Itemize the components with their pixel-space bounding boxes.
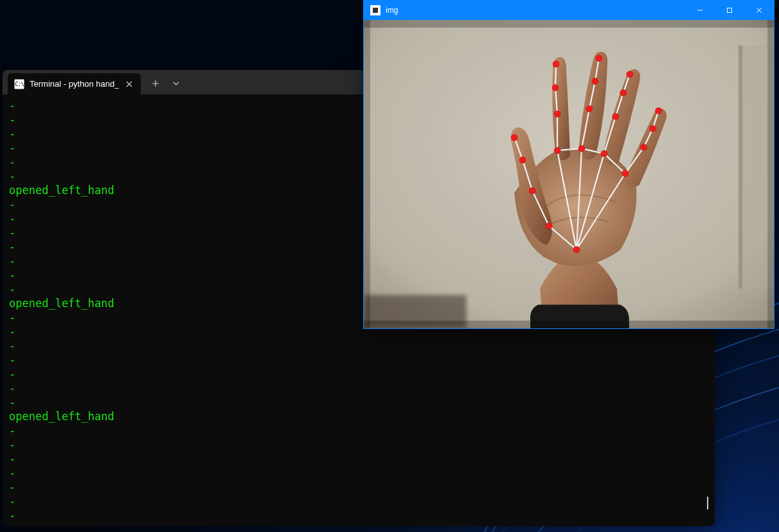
tab-dropdown-button[interactable] [166,74,186,93]
terminal-line: - [9,466,708,480]
camera-feed [364,20,774,328]
terminal-line: - [9,395,708,409]
terminal-line: - [9,438,708,452]
terminal-tab[interactable]: C:\ Terminal - python hand_ [8,73,141,94]
minimize-button[interactable] [685,1,715,20]
svg-rect-33 [767,20,774,328]
terminal-line: - [9,480,708,494]
terminal-line: - [9,452,708,466]
maximize-button[interactable] [715,1,744,20]
cv-image-window: img [363,0,775,329]
terminal-line: - [9,339,708,353]
new-tab-button[interactable] [145,74,166,93]
img-window-title: img [386,6,685,15]
close-button[interactable] [744,1,774,20]
svg-rect-30 [364,20,774,28]
close-tab-icon[interactable] [124,79,134,89]
terminal-tab-title: Terminal - python hand_ [30,79,119,89]
terminal-line: - [9,508,708,522]
terminal-tab-icon: C:\ [14,79,24,89]
terminal-line: - [9,353,708,367]
img-window-titlebar[interactable]: img [364,1,774,20]
svg-rect-0 [728,8,732,13]
text-cursor [707,497,708,510]
terminal-line: - [9,381,708,395]
terminal-line: opened_left_hand [9,409,708,423]
terminal-line: - [9,367,708,381]
svg-rect-31 [364,321,774,328]
svg-rect-29 [364,20,774,328]
terminal-line: - [9,423,708,438]
terminal-line: - [9,494,708,508]
svg-rect-32 [364,20,370,328]
app-icon [370,5,381,15]
